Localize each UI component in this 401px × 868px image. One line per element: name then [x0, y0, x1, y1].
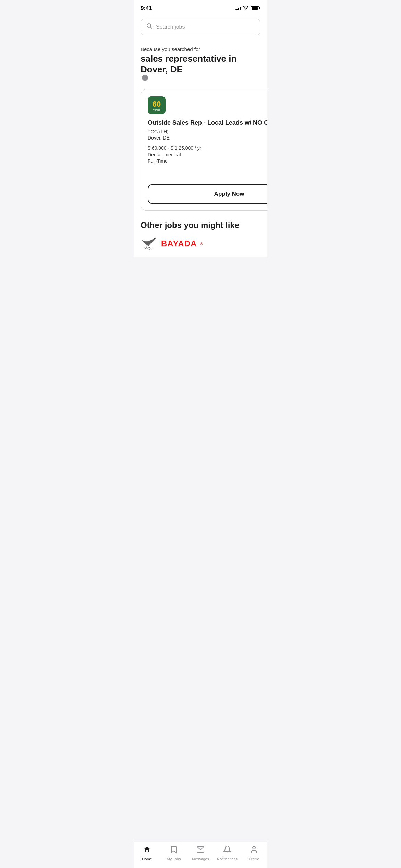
company-logo-1: 60 YEARS — [148, 96, 166, 114]
svg-text:YEARS: YEARS — [153, 109, 160, 111]
card-header-1: 60 YEARS ··· — [148, 96, 267, 114]
signal-icon — [235, 6, 241, 10]
wifi-icon — [243, 5, 248, 11]
search-section: Search jobs — [134, 14, 267, 41]
other-jobs-section: Other jobs you might like BAYADA ® — [134, 218, 267, 257]
job-title-1: Outside Sales Rep - Local Leads w/ NO CO… — [148, 119, 267, 127]
job-location-1: Dover, DE — [148, 135, 267, 141]
bayada-bird-icon — [141, 237, 158, 251]
searched-query: sales representative in Dover, DE — [141, 53, 260, 82]
search-bar[interactable]: Search jobs — [141, 19, 260, 35]
bayada-text: BAYADA — [161, 239, 197, 249]
other-jobs-title: Other jobs you might like — [141, 220, 260, 230]
searched-label: Because you searched for — [141, 46, 260, 52]
svg-text:60: 60 — [153, 100, 161, 108]
svg-point-8 — [154, 238, 155, 239]
search-dot — [142, 75, 148, 81]
apply-now-button[interactable]: Apply Now — [148, 184, 267, 204]
searched-for-section: Because you searched for sales represent… — [134, 41, 267, 82]
search-icon — [146, 23, 153, 31]
status-bar: 9:41 — [134, 0, 267, 14]
status-time: 9:41 — [141, 5, 152, 12]
status-icons — [235, 5, 260, 11]
company-name-1: TCG (LH) — [148, 129, 267, 134]
battery-icon — [251, 6, 260, 10]
searched-query-text: sales representative in Dover, DE — [141, 53, 260, 75]
job-type-1: Full-Time — [148, 158, 267, 164]
job-cards-scroll[interactable]: 60 YEARS ··· Outside Sales Rep - Local L… — [134, 82, 267, 218]
job-benefits-1: Dental, medical — [148, 152, 267, 157]
job-card-1: 60 YEARS ··· Outside Sales Rep - Local L… — [141, 89, 267, 211]
search-placeholder: Search jobs — [156, 24, 185, 30]
bayada-logo: BAYADA ® — [141, 237, 260, 251]
job-salary-1: $ 60,000 - $ 1,25,000 / yr — [148, 145, 267, 151]
